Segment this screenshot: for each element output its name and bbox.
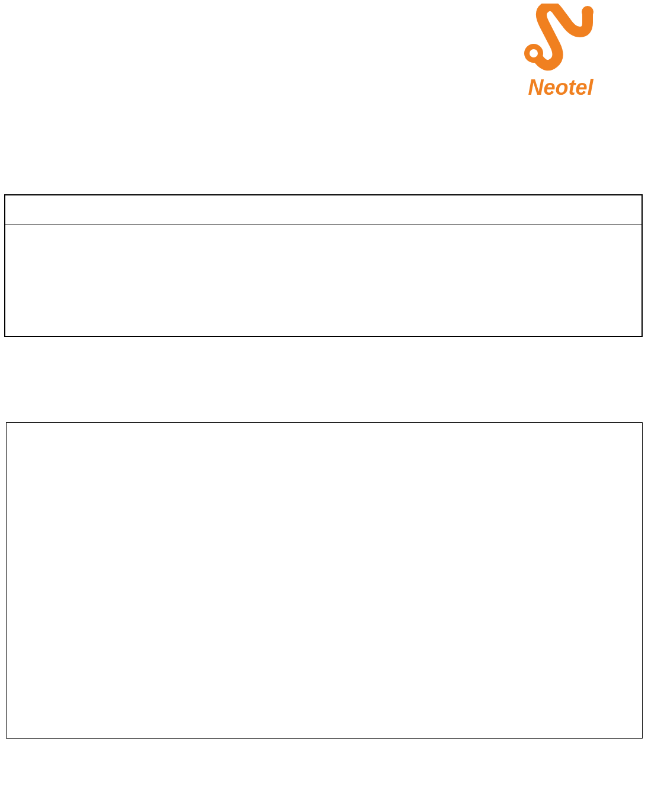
content-box-2 — [6, 422, 643, 739]
brand-name: Neotel — [528, 75, 593, 100]
brand-logo-container: Neotel — [506, 4, 615, 100]
neotel-logo-icon — [521, 4, 601, 78]
box1-divider — [5, 224, 641, 224]
content-box-1 — [4, 194, 643, 337]
svg-point-2 — [530, 49, 538, 57]
